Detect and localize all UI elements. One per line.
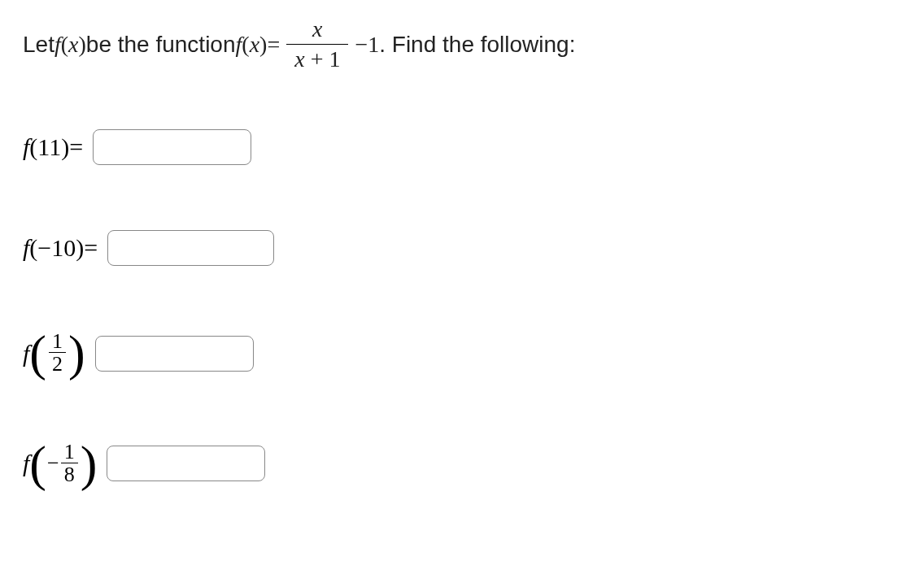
intro-suffix: . Find the following:	[379, 32, 575, 58]
question-4: f ( − 1 8 )	[23, 441, 901, 487]
question-2-label: f( − 10) =	[23, 234, 98, 262]
one-constant: 1	[368, 32, 379, 58]
question-1: f(11) =	[23, 129, 901, 165]
answer-input-1[interactable]	[93, 129, 251, 165]
fraction-one-eighth: 1 8	[61, 441, 78, 487]
answer-input-4[interactable]	[107, 446, 265, 481]
intro-prefix: Let	[23, 32, 54, 58]
question-2: f( − 10) =	[23, 230, 901, 266]
answer-input-2[interactable]	[107, 230, 274, 266]
fraction-definition: x x + 1	[286, 16, 348, 72]
question-3: f ( 1 2 )	[23, 331, 901, 376]
equals-sign: =	[267, 32, 280, 58]
question-3-label: f ( 1 2 )	[23, 331, 85, 376]
problem-statement: Let f(x) be the function f(x) = x x + 1 …	[23, 16, 901, 72]
answer-input-3[interactable]	[95, 336, 254, 372]
question-1-label: f(11) =	[23, 133, 83, 161]
fx-expression-1: f(x)	[54, 32, 86, 58]
fx-expression-2: f(x)	[236, 32, 268, 58]
fraction-one-half: 1 2	[49, 331, 66, 376]
intro-middle: be the function	[86, 32, 236, 58]
question-4-label: f ( − 1 8 )	[23, 441, 97, 487]
minus-sign: −	[355, 32, 368, 58]
